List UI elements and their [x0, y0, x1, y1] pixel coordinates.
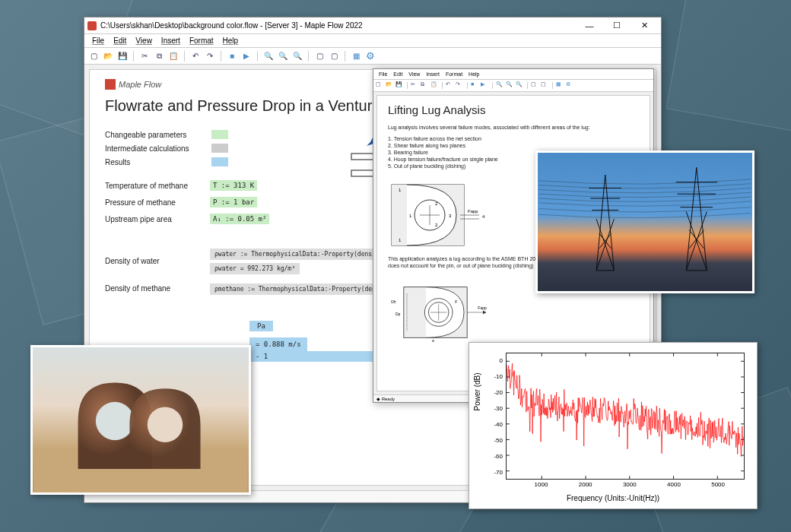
sec-zoom-in-icon[interactable]: 🔍: [496, 81, 504, 90]
spectrum-chart: Power (dB) Frequency (Units:-Unit(Hz)) 0…: [469, 342, 758, 509]
sec-paste-icon[interactable]: 📋: [430, 81, 439, 90]
zoom-out-icon[interactable]: 🔍: [277, 50, 289, 62]
sec-cut-icon[interactable]: ✂: [411, 81, 419, 90]
param-area-label: Upstream pipe area: [105, 215, 204, 223]
sec-doc-icon[interactable]: ▢: [531, 81, 539, 90]
doc-logo: Maple Flow: [105, 79, 161, 90]
list-item: 2. Shear failure along two planes: [388, 142, 639, 149]
param-press-label: Pressure of methane: [105, 198, 204, 207]
close-button[interactable]: ✕: [631, 18, 658, 33]
doc-icon[interactable]: ▢: [313, 50, 326, 62]
swatch-gray: [211, 144, 228, 153]
open-icon[interactable]: 📂: [102, 50, 114, 62]
result-velocity: = 0.888 m/s: [249, 337, 307, 351]
cut-icon[interactable]: ✂: [138, 50, 151, 62]
chart-x-ticks: 10002000300040005000: [506, 481, 745, 490]
menu-file[interactable]: File: [87, 36, 109, 45]
svg-text:F: F: [455, 299, 457, 303]
legend-results: Results: [105, 158, 204, 166]
titlebar[interactable]: C:\Users\skhan\Desktop\background color.…: [84, 17, 661, 34]
sec-status-text: Ready: [382, 397, 395, 401]
grid-icon[interactable]: ▦: [350, 50, 362, 62]
sec-copy-icon[interactable]: ⧉: [421, 81, 429, 90]
toolbar: ▢ 📂 💾 ✂ ⧉ 📋 ↶ ↷ ■ ▶ 🔍 🔍 🔍 ▢ ▢ ▦ ⚙: [84, 48, 661, 65]
save-icon[interactable]: 💾: [116, 50, 129, 62]
param-temp-value[interactable]: T := 313 K: [210, 180, 257, 191]
sec-new-icon[interactable]: ▢: [376, 81, 384, 90]
sec-title: Lifting Lug Analysis: [388, 103, 639, 116]
sec-toolbar: ▢ 📂 💾 ✂ ⧉ 📋 ↶ ↷ ■ ▶ 🔍 🔍 🔍 ▢ ▢ ▦ ⚙: [373, 80, 653, 92]
menu-format[interactable]: Format: [185, 36, 218, 45]
window-title: C:\Users\skhan\Desktop\background color.…: [100, 21, 576, 30]
density-water-label: Density of water: [105, 257, 204, 265]
sec-menu-insert[interactable]: Insert: [423, 71, 443, 77]
chart-y-ticks: 0-10-20-30-40-50-60-70: [489, 353, 504, 480]
sec-menu-help[interactable]: Help: [465, 71, 482, 77]
new-icon[interactable]: ▢: [87, 50, 100, 62]
copy-icon[interactable]: ⧉: [153, 50, 165, 62]
sec-grid-icon[interactable]: ▦: [556, 81, 564, 90]
swatch-green: [211, 130, 228, 139]
sec-menu-file[interactable]: File: [376, 71, 390, 77]
menu-edit[interactable]: Edit: [109, 36, 131, 45]
svg-text:Fapp: Fapp: [478, 306, 487, 310]
sec-save-icon[interactable]: 💾: [396, 81, 404, 90]
svg-point-34: [148, 407, 183, 443]
menu-insert[interactable]: Insert: [157, 36, 185, 45]
svg-point-33: [96, 402, 134, 440]
svg-marker-29: [483, 310, 486, 314]
sec-doc2-icon[interactable]: ▢: [541, 81, 549, 90]
sec-menu-format[interactable]: Format: [443, 71, 465, 77]
sec-undo-icon[interactable]: ↶: [446, 81, 454, 90]
sec-zoom-fit-icon[interactable]: 🔍: [516, 81, 524, 90]
menu-help[interactable]: Help: [218, 36, 243, 45]
app-icon: [87, 21, 97, 30]
maximize-button[interactable]: ☐: [603, 18, 631, 33]
zoom-fit-icon[interactable]: 🔍: [291, 50, 303, 62]
menubar: File Edit View Insert Format Help: [84, 34, 661, 48]
legend-changeable: Changeable parameters: [105, 131, 204, 139]
sec-open-icon[interactable]: 📂: [386, 81, 394, 90]
chart-plot-area: [506, 353, 745, 480]
swatch-blue: [211, 157, 228, 166]
result-pa: Pa: [249, 321, 273, 331]
sec-menubar: File Edit View Insert Format Help: [373, 69, 653, 80]
svg-text:e: e: [432, 338, 434, 343]
zoom-in-icon[interactable]: 🔍: [262, 50, 275, 62]
sec-run-icon[interactable]: ▶: [481, 81, 489, 90]
undo-icon[interactable]: ↶: [189, 50, 202, 62]
chart-ylabel: Power (dB): [473, 372, 481, 410]
paste-icon[interactable]: 📋: [167, 50, 179, 62]
sec-zoom-out-icon[interactable]: 🔍: [506, 81, 514, 90]
chart-xlabel: Frequency (Units:-Unit(Hz)): [567, 494, 659, 502]
param-press-value[interactable]: P := 1 bar: [210, 197, 257, 207]
lug-diagram-2: Dh Dp F Fapp e: [388, 278, 502, 347]
density-water-result: ρwater = 992.273 kg/m³: [210, 263, 300, 274]
gear-icon[interactable]: ⚙: [364, 50, 376, 62]
minimize-button[interactable]: —: [576, 18, 603, 33]
sec-stop-icon[interactable]: ■: [471, 81, 479, 90]
svg-text:Dh: Dh: [391, 299, 396, 303]
doc-logo-text: Maple Flow: [119, 80, 161, 89]
sec-menu-view[interactable]: View: [405, 71, 423, 77]
doc2-icon[interactable]: ▢: [328, 50, 340, 62]
lug-diagram-1: 2 2 1 1 1 3 Fapp 4: [388, 181, 502, 249]
svg-text:4: 4: [482, 214, 485, 219]
sec-gear-icon[interactable]: ⚙: [566, 81, 574, 90]
sec-intro: Lug analysis involves several failure mo…: [388, 124, 639, 131]
sec-redo-icon[interactable]: ↷: [456, 81, 464, 90]
mapleflow-logo-icon: [105, 79, 116, 90]
svg-text:Dp: Dp: [396, 312, 401, 316]
sec-menu-edit[interactable]: Edit: [390, 71, 405, 77]
param-area-value[interactable]: A₁ := 0.05 m²: [210, 214, 269, 224]
list-item: 1. Tension failure across the net sectio…: [388, 135, 639, 142]
stop-icon[interactable]: ■: [226, 50, 238, 62]
menu-view[interactable]: View: [131, 36, 157, 45]
density-methane-label: Density of methane: [105, 284, 204, 293]
photo-powerlines: [535, 150, 754, 293]
svg-text:Fapp: Fapp: [468, 209, 478, 214]
photo-lifting-lugs: [30, 345, 251, 495]
run-icon[interactable]: ▶: [240, 50, 253, 62]
redo-icon[interactable]: ↷: [204, 50, 216, 62]
param-temp-label: Temperature of methane: [105, 182, 204, 190]
